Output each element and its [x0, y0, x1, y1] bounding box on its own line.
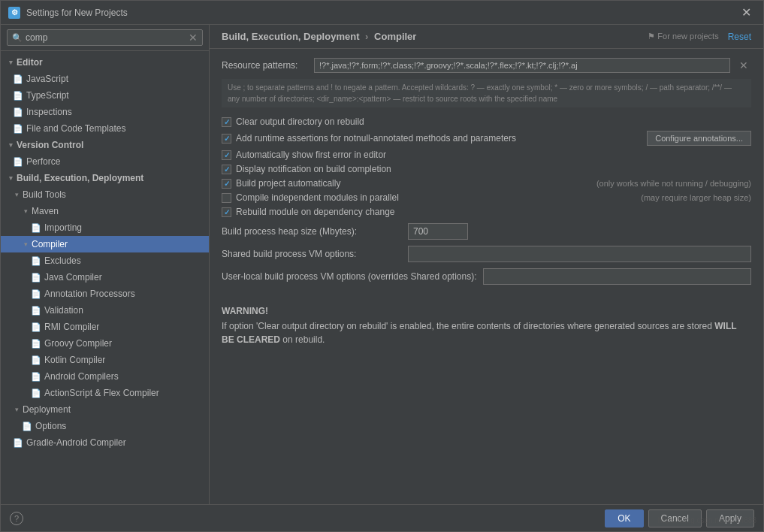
- sidebar-item-android-compilers[interactable]: 📄 Android Compilers: [1, 368, 209, 385]
- sidebar-item-java-compiler[interactable]: 📄 Java Compiler: [1, 269, 209, 286]
- sidebar-item-label: RMI Compiler: [44, 322, 99, 332]
- search-input[interactable]: [26, 32, 189, 43]
- sidebar-item-version-control[interactable]: ▾ Version Control: [1, 137, 209, 153]
- option-row-add-runtime-assertions: Add runtime assertions for notnull-annot…: [222, 131, 751, 146]
- checkbox-auto-show-error[interactable]: [222, 150, 231, 160]
- heap-size-input[interactable]: [408, 223, 468, 240]
- resource-patterns-label: Resource patterns:: [222, 60, 308, 71]
- sidebar-item-importing[interactable]: 📄 Importing: [1, 219, 209, 236]
- sidebar-item-javascript[interactable]: 📄 JavaScript: [1, 71, 209, 87]
- breadcrumb: Build, Execution, Deployment › Compiler: [222, 31, 648, 42]
- nav-icon: 📄: [31, 355, 41, 365]
- sidebar-item-label: Importing: [44, 222, 82, 233]
- expand-icon: ▾: [22, 240, 29, 248]
- sidebar-item-label: Compiler: [32, 239, 68, 249]
- nav-icon: 📄: [31, 306, 41, 316]
- option-row-clear-output: Clear output directory on rebuild: [222, 116, 751, 127]
- sidebar-item-label: Validation: [44, 305, 83, 316]
- nav-icon: 📄: [31, 372, 41, 382]
- configure-annotations-button[interactable]: Configure annotations...: [647, 131, 751, 146]
- shared-vm-input[interactable]: [408, 246, 751, 262]
- sidebar-item-maven[interactable]: ▾ Maven: [1, 203, 209, 219]
- breadcrumb-parent: Build, Execution, Deployment: [222, 31, 359, 42]
- main-content: 🔍 ✕ ▾ Editor 📄 JavaScript 📄 TypeScript: [1, 25, 763, 504]
- sidebar: 🔍 ✕ ▾ Editor 📄 JavaScript 📄 TypeScript: [1, 25, 210, 504]
- checkbox-wrapper: Automatically show first error in editor: [222, 150, 751, 160]
- search-wrapper: 🔍 ✕: [7, 29, 203, 46]
- resource-patterns-input[interactable]: [314, 58, 730, 73]
- sidebar-item-gradle-android-compiler[interactable]: 📄 Gradle-Android Compiler: [1, 434, 209, 451]
- nav-icon: 📄: [31, 322, 41, 332]
- nav-icon: 📄: [31, 289, 41, 299]
- sidebar-item-label: Options: [35, 421, 66, 431]
- window-title: Settings for New Projects: [26, 8, 737, 18]
- ok-button[interactable]: OK: [605, 509, 643, 527]
- nav-icon: 📄: [13, 91, 23, 101]
- checkbox-wrapper: Compile independent modules in parallel: [222, 192, 629, 203]
- checkbox-add-runtime-assertions[interactable]: [222, 134, 231, 144]
- checkbox-display-notification[interactable]: [222, 165, 231, 174]
- sidebar-item-annotation-processors[interactable]: 📄 Annotation Processors: [1, 286, 209, 302]
- sidebar-item-label: TypeScript: [26, 90, 69, 101]
- breadcrumb-current: Compiler: [374, 31, 416, 42]
- panel-header: Build, Execution, Deployment › Compiler …: [210, 25, 763, 49]
- warning-text: If option 'Clear output directory on reb…: [222, 319, 751, 346]
- help-icon[interactable]: ?: [10, 512, 23, 525]
- nav-icon: 📄: [13, 438, 23, 448]
- option-row-compile-parallel: Compile independent modules in parallel …: [222, 192, 751, 203]
- checkbox-rebuild-dependency[interactable]: [222, 207, 231, 217]
- sidebar-item-perforce[interactable]: 📄 Perforce: [1, 153, 209, 170]
- checkbox-label: Compile independent modules in parallel: [236, 192, 399, 203]
- option-row-rebuild-dependency: Rebuild module on dependency change: [222, 207, 751, 217]
- nav-icon: 📄: [22, 422, 32, 431]
- checkbox-compile-parallel[interactable]: [222, 193, 231, 203]
- nav-icon: 📄: [31, 339, 41, 349]
- option-row-build-automatically: Build project automatically (only works …: [222, 178, 751, 189]
- close-button[interactable]: ✕: [737, 4, 756, 21]
- sidebar-item-label: Android Compilers: [44, 371, 119, 382]
- nav-icon: 📄: [13, 107, 23, 117]
- sidebar-item-label: Gradle-Android Compiler: [26, 437, 126, 448]
- checkbox-clear-output[interactable]: [222, 117, 231, 127]
- side-note: (only works while not running / debuggin…: [596, 179, 751, 188]
- sidebar-item-build-execution-deployment[interactable]: ▾ Build, Execution, Deployment: [1, 170, 209, 186]
- sidebar-item-inspections[interactable]: 📄 Inspections: [1, 104, 209, 120]
- expand-icon: ▾: [7, 59, 14, 66]
- hint-text: Use ; to separate patterns and ! to nega…: [222, 79, 751, 107]
- checkbox-build-automatically[interactable]: [222, 179, 231, 189]
- user-local-vm-row: User-local build process VM options (ove…: [222, 268, 751, 285]
- sidebar-item-excludes[interactable]: 📄 Excludes: [1, 252, 209, 269]
- patterns-clear-icon[interactable]: ✕: [736, 58, 751, 73]
- sidebar-item-options[interactable]: 📄 Options: [1, 418, 209, 434]
- sidebar-item-rmi-compiler[interactable]: 📄 RMI Compiler: [1, 319, 209, 335]
- expand-icon: ▾: [7, 141, 14, 149]
- right-panel: Build, Execution, Deployment › Compiler …: [210, 25, 763, 504]
- checkbox-wrapper: Add runtime assertions for notnull-annot…: [222, 133, 641, 144]
- sidebar-item-groovy-compiler[interactable]: 📄 Groovy Compiler: [1, 335, 209, 352]
- clear-search-icon[interactable]: ✕: [189, 32, 198, 44]
- user-local-vm-input[interactable]: [483, 268, 752, 285]
- sidebar-item-compiler[interactable]: ▾ Compiler: [1, 236, 209, 252]
- sidebar-item-validation[interactable]: 📄 Validation: [1, 302, 209, 319]
- sidebar-item-file-code-templates[interactable]: 📄 File and Code Templates: [1, 120, 209, 137]
- sidebar-item-deployment[interactable]: ▾ Deployment: [1, 401, 209, 418]
- sidebar-item-typescript[interactable]: 📄 TypeScript: [1, 87, 209, 104]
- checkbox-wrapper: Display notification on build completion: [222, 164, 751, 174]
- option-row-display-notification: Display notification on build completion: [222, 164, 751, 174]
- sidebar-item-editor[interactable]: ▾ Editor: [1, 54, 209, 71]
- side-note: (may require larger heap size): [641, 193, 751, 202]
- sidebar-item-build-tools[interactable]: ▾ Build Tools: [1, 186, 209, 203]
- resource-patterns-row: Resource patterns: ✕: [222, 58, 751, 73]
- checkbox-label: Clear output directory on rebuild: [236, 116, 364, 127]
- expand-icon: ▾: [13, 191, 20, 198]
- sidebar-item-label: Inspections: [26, 107, 72, 117]
- reset-button[interactable]: Reset: [728, 32, 751, 42]
- sidebar-item-actionscript-flex-compiler[interactable]: 📄 ActionScript & Flex Compiler: [1, 385, 209, 401]
- checkbox-wrapper: Rebuild module on dependency change: [222, 207, 751, 217]
- nav-icon: 📄: [31, 223, 41, 233]
- sidebar-item-label: Editor: [17, 57, 43, 68]
- sidebar-item-label: Perforce: [26, 156, 60, 167]
- sidebar-item-kotlin-compiler[interactable]: 📄 Kotlin Compiler: [1, 352, 209, 368]
- breadcrumb-separator: ›: [365, 31, 368, 42]
- expand-icon: ▾: [22, 207, 29, 215]
